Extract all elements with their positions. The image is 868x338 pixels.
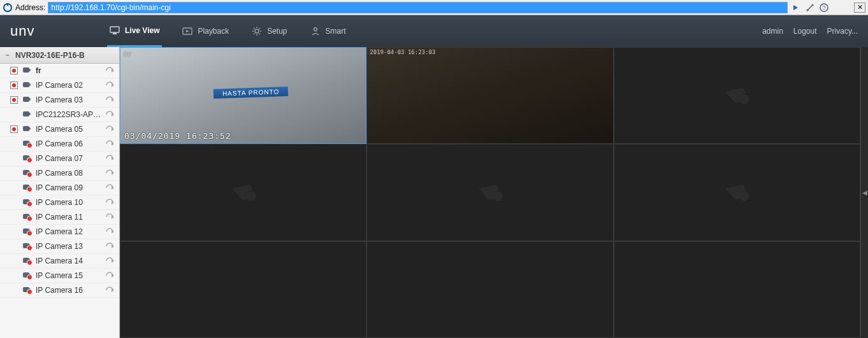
svg-line-17 xyxy=(259,28,261,29)
camera-row[interactable]: IP Camera 08 xyxy=(0,166,119,181)
app-header: unv Live View Playback Setup Smart xyxy=(0,15,868,47)
svg-rect-6 xyxy=(110,27,119,32)
camera-stream-toggle-icon[interactable] xyxy=(105,183,115,192)
camera-name: IP Camera 03 xyxy=(36,95,101,104)
nav-label: Setup xyxy=(267,27,287,36)
svg-line-16 xyxy=(254,34,255,35)
camera-row[interactable]: IP Camera 06 xyxy=(0,137,119,151)
camera-row[interactable]: IP Camera 10 xyxy=(0,195,119,210)
camera-row[interactable]: IP Camera 12 xyxy=(0,225,119,239)
nav-live-view[interactable]: Live View xyxy=(107,15,162,47)
camera-row[interactable]: IP Camera 14 xyxy=(0,254,119,269)
camera-icon xyxy=(22,272,32,279)
camera-row[interactable]: IP Camera 07 xyxy=(0,151,119,166)
video-cell-9[interactable] xyxy=(614,241,860,338)
camera-stream-toggle-icon[interactable] xyxy=(105,95,115,104)
camera-name: IP Camera 15 xyxy=(36,271,101,280)
camera-icon xyxy=(22,184,32,192)
nav-label: Smart xyxy=(326,27,346,36)
privacy-link[interactable]: Privacy... xyxy=(827,27,858,36)
camera-name: IP Camera 11 xyxy=(36,213,101,222)
camera-icon xyxy=(22,213,32,221)
camera-stream-toggle-icon[interactable] xyxy=(105,286,115,295)
camera-row[interactable]: IP Camera 11 xyxy=(0,210,119,225)
tools-icon[interactable] xyxy=(804,2,816,13)
window-close-button[interactable]: ✕ xyxy=(854,3,865,13)
camera-stream-toggle-icon[interactable] xyxy=(105,66,115,75)
camera-row[interactable]: IPC2122SR3-APF60 xyxy=(0,108,119,122)
svg-point-2 xyxy=(811,4,813,6)
camera-icon xyxy=(22,81,32,89)
address-input[interactable] xyxy=(48,2,788,13)
camera-stream-toggle-icon[interactable] xyxy=(105,169,115,178)
camera-stream-toggle-icon[interactable] xyxy=(105,213,115,222)
camera-sidebar: − NVR302-16E-P16-B frIP Camera 02IP Came… xyxy=(0,47,120,338)
video-cell-1[interactable]: fr HASTA PRONTO 03/04/2019 16:23:52 xyxy=(120,47,366,144)
collapse-toggle-icon[interactable]: − xyxy=(4,52,11,59)
camera-stream-toggle-icon[interactable] xyxy=(105,110,115,119)
camera-placeholder-icon xyxy=(721,177,752,208)
camera-stream-toggle-icon[interactable] xyxy=(105,257,115,265)
video-cell-6[interactable] xyxy=(614,144,860,241)
camera-row[interactable]: IP Camera 09 xyxy=(0,181,119,195)
camera-row[interactable]: IP Camera 03 xyxy=(0,93,119,108)
svg-rect-7 xyxy=(113,33,117,34)
camera-row[interactable]: fr xyxy=(0,64,119,78)
camera-name: IP Camera 10 xyxy=(36,198,101,207)
smart-icon xyxy=(310,26,321,36)
camera-name: IP Camera 14 xyxy=(36,257,101,265)
video-grid: fr HASTA PRONTO 03/04/2019 16:23:52 2019… xyxy=(120,47,860,338)
nav-playback[interactable]: Playback xyxy=(180,15,231,47)
camera-placeholder-icon xyxy=(228,177,259,208)
logout-link[interactable]: Logout xyxy=(793,27,817,36)
camera-row[interactable]: IP Camera 05 xyxy=(0,122,119,137)
svg-point-1 xyxy=(7,4,8,5)
camera-stream-toggle-icon[interactable] xyxy=(105,139,115,148)
camera-row[interactable]: IP Camera 02 xyxy=(0,78,119,93)
camera-stream-toggle-icon[interactable] xyxy=(105,227,115,236)
camera-icon xyxy=(22,228,32,236)
camera-icon xyxy=(22,199,32,206)
device-title-row[interactable]: − NVR302-16E-P16-B xyxy=(0,47,119,64)
camera-icon xyxy=(22,243,32,250)
record-indicator-icon xyxy=(10,81,18,89)
go-button[interactable] xyxy=(790,2,802,13)
address-label: Address: xyxy=(15,3,45,12)
camera-icon xyxy=(22,140,32,148)
right-panel-toggle[interactable]: ◀ xyxy=(860,47,868,338)
record-indicator-icon xyxy=(10,96,18,104)
svg-point-22 xyxy=(741,192,748,200)
camera-stream-toggle-icon[interactable] xyxy=(105,125,115,134)
video-cell-4[interactable] xyxy=(120,144,366,241)
playback-icon xyxy=(182,26,192,36)
header-right: admin Logout Privacy... xyxy=(762,27,858,36)
app-body: − NVR302-16E-P16-B frIP Camera 02IP Came… xyxy=(0,47,868,338)
svg-line-15 xyxy=(259,34,261,35)
help-icon[interactable]: ? xyxy=(818,2,830,13)
camera-stream-toggle-icon[interactable] xyxy=(105,198,115,207)
camera-row[interactable]: IP Camera 16 xyxy=(0,283,119,298)
camera-stream-toggle-icon[interactable] xyxy=(105,154,115,163)
nav-setup[interactable]: Setup xyxy=(249,15,289,47)
svg-line-14 xyxy=(254,28,255,29)
camera-name: IP Camera 09 xyxy=(36,183,101,192)
camera-stream-toggle-icon[interactable] xyxy=(105,242,115,251)
video-cell-2[interactable]: 2019-04-03 16:23:03 xyxy=(366,47,613,144)
camera-row[interactable]: IP Camera 13 xyxy=(0,239,119,254)
nav-smart[interactable]: Smart xyxy=(308,15,349,47)
camera-name: IPC2122SR3-APF60 xyxy=(36,110,101,119)
video-cell-5[interactable] xyxy=(366,144,613,241)
monitor-icon xyxy=(110,25,120,36)
camera-icon xyxy=(22,111,32,118)
svg-text:?: ? xyxy=(822,4,825,11)
video-cell-3[interactable] xyxy=(614,47,860,144)
video-cell-7[interactable] xyxy=(120,241,366,338)
camera-stream-toggle-icon[interactable] xyxy=(105,81,115,90)
camera-placeholder-icon xyxy=(721,80,752,111)
camera-row[interactable]: IP Camera 15 xyxy=(0,269,119,283)
video-cell-8[interactable] xyxy=(366,241,613,338)
user-name[interactable]: admin xyxy=(762,27,783,36)
browser-logo-icon xyxy=(3,3,13,13)
camera-stream-toggle-icon[interactable] xyxy=(105,271,115,280)
video-feed-1: fr HASTA PRONTO 03/04/2019 16:23:52 xyxy=(120,48,366,143)
